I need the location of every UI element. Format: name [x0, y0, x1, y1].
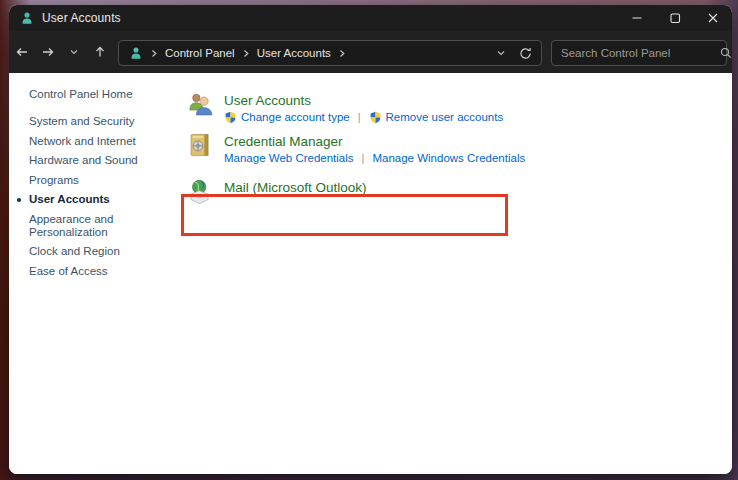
forward-arrow-icon — [40, 44, 56, 60]
search-input[interactable] — [552, 47, 719, 59]
refresh-icon — [518, 46, 533, 61]
sidebar-item-control-panel-home[interactable]: Control Panel Home — [29, 88, 151, 101]
mail-globe-icon — [187, 178, 213, 204]
back-arrow-icon — [14, 44, 30, 60]
chevron-right-icon — [150, 49, 158, 58]
breadcrumb-root-icon — [129, 46, 143, 60]
recent-pages-button[interactable] — [61, 37, 87, 67]
user-accounts-heading[interactable]: User Accounts — [224, 92, 503, 109]
chevron-down-icon — [68, 46, 80, 58]
breadcrumb-user-accounts[interactable]: User Accounts — [257, 47, 331, 59]
sidebar-item-user-accounts[interactable]: User Accounts — [29, 193, 151, 206]
sidebar-item-system-and-security[interactable]: System and Security — [29, 115, 151, 128]
link-separator: | — [362, 151, 365, 165]
chevron-right-icon — [242, 49, 250, 58]
sidebar-item-hardware-and-sound[interactable]: Hardware and Sound — [29, 154, 151, 167]
close-button[interactable] — [694, 5, 732, 31]
two-users-icon — [187, 91, 213, 117]
maximize-button[interactable] — [656, 5, 694, 31]
sidebar-item-network-and-internet[interactable]: Network and Internet — [29, 135, 151, 148]
section-credential-manager: Credential Manager Manage Web Credential… — [187, 130, 525, 165]
content-area: Control Panel Home System and Security N… — [9, 73, 732, 474]
up-arrow-icon — [92, 44, 108, 60]
control-panel-window: User Accounts — [9, 5, 732, 474]
user-accounts-app-icon — [20, 11, 34, 25]
sidebar-item-programs[interactable]: Programs — [29, 174, 151, 187]
sidebar-item-appearance-and-personalization[interactable]: Appearance and Personalization — [29, 213, 151, 239]
refresh-button[interactable] — [513, 41, 537, 65]
link-separator: | — [358, 110, 361, 124]
sidebar: Control Panel Home System and Security N… — [9, 73, 179, 284]
sidebar-item-ease-of-access[interactable]: Ease of Access — [29, 265, 151, 278]
search-box[interactable] — [551, 40, 727, 66]
navigation-bar: Control Panel User Accounts — [9, 31, 732, 73]
change-account-type-link[interactable]: Change account type — [224, 110, 350, 124]
credential-manager-heading[interactable]: Credential Manager — [224, 133, 525, 150]
minimize-icon — [629, 10, 645, 26]
remove-user-accounts-link[interactable]: Remove user accounts — [369, 110, 504, 124]
chevron-down-icon — [495, 47, 507, 59]
address-dropdown-button[interactable] — [489, 41, 513, 65]
back-button[interactable] — [9, 37, 35, 67]
section-user-accounts: User Accounts Change account type — [187, 89, 503, 124]
breadcrumb-control-panel[interactable]: Control Panel — [165, 47, 235, 59]
forward-button[interactable] — [35, 37, 61, 67]
search-icon[interactable] — [719, 46, 732, 60]
up-button[interactable] — [87, 37, 113, 67]
window-title: User Accounts — [42, 11, 121, 25]
maximize-icon — [667, 10, 683, 26]
mail-heading[interactable]: Mail (Microsoft Outlook) — [224, 179, 367, 196]
close-icon — [705, 10, 721, 26]
address-bar[interactable]: Control Panel User Accounts — [118, 40, 542, 66]
uac-shield-icon — [369, 111, 382, 124]
manage-web-credentials-link[interactable]: Manage Web Credentials — [224, 151, 354, 165]
manage-windows-credentials-link[interactable]: Manage Windows Credentials — [372, 151, 525, 165]
minimize-button[interactable] — [618, 5, 656, 31]
sidebar-item-clock-and-region[interactable]: Clock and Region — [29, 245, 151, 258]
section-mail: Mail (Microsoft Outlook) — [187, 176, 367, 204]
titlebar[interactable]: User Accounts — [9, 5, 732, 31]
uac-shield-icon — [224, 111, 237, 124]
caption-buttons — [618, 5, 732, 31]
chevron-right-icon — [338, 49, 346, 58]
safe-icon — [187, 132, 213, 158]
